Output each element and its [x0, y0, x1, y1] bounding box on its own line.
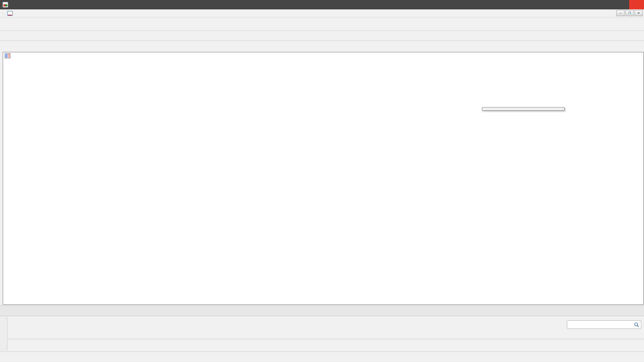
- child-window-controls: — ❐ ✕: [616, 10, 643, 16]
- ichimoku-tooltip: [482, 107, 565, 111]
- toolbar: [0, 17, 644, 31]
- toolbox-panel: [0, 317, 644, 351]
- child-restore-button[interactable]: ❐: [626, 10, 634, 16]
- chart-tabs-bar: [0, 305, 644, 316]
- minimize-button[interactable]: [600, 0, 614, 9]
- chart-window-icon: [7, 11, 13, 16]
- toolbox-search: [567, 320, 641, 329]
- toolbox-close-icon[interactable]: [0, 317, 7, 317]
- title-bar: [0, 0, 644, 9]
- app-icon: [3, 2, 8, 7]
- symbol-icon: [5, 53, 10, 58]
- menu-bar: ⋮ — ❐ ✕: [0, 9, 644, 17]
- chart-window[interactable]: [3, 52, 644, 305]
- search-input[interactable]: [569, 321, 633, 328]
- child-close-button[interactable]: ✕: [635, 10, 643, 16]
- toolbar-grip: ⋮: [1, 11, 4, 15]
- search-icon: [634, 322, 639, 327]
- toolbox-side-strip: [0, 317, 7, 351]
- child-minimize-button[interactable]: —: [616, 10, 625, 16]
- maximize-button[interactable]: [614, 0, 629, 9]
- mt5-window: ⋮ — ❐ ✕: [0, 0, 644, 362]
- bottom-tabs-bar: [8, 339, 644, 350]
- tab-scroll-arrows: [632, 306, 639, 316]
- status-help-text: [0, 352, 644, 362]
- close-button[interactable]: [629, 0, 644, 9]
- status-bar: [0, 351, 644, 362]
- timeframe-bar: [0, 31, 644, 41]
